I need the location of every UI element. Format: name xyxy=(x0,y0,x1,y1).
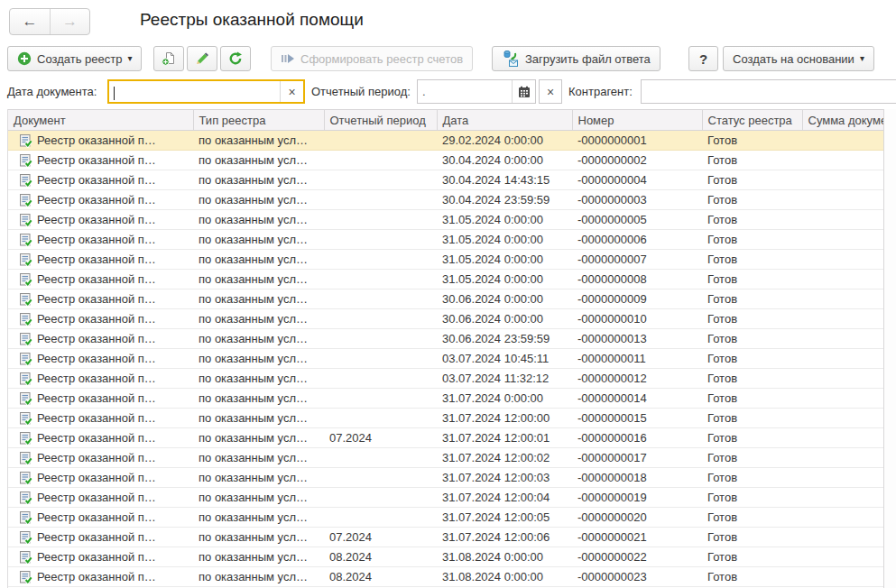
cell-number[interactable]: -0000000001 xyxy=(572,131,702,151)
cell-sum[interactable] xyxy=(802,567,883,587)
cell-number[interactable]: -0000000022 xyxy=(572,547,702,567)
cell-period[interactable] xyxy=(324,468,437,488)
help-button[interactable]: ? xyxy=(688,46,718,71)
cell-number[interactable]: -0000000004 xyxy=(572,170,702,190)
cell-status[interactable]: Готов xyxy=(702,230,802,250)
column-header-sum[interactable]: Сумма докумен xyxy=(802,110,883,131)
cell-date[interactable]: 31.08.2024 0:00:00 xyxy=(437,547,572,567)
cell-doc[interactable]: Реестр оказанной п… xyxy=(8,131,193,151)
table-row[interactable]: Реестр оказанной п…по оказанным усл…30.0… xyxy=(8,190,883,210)
column-header-period[interactable]: Отчетный период xyxy=(324,110,437,131)
table-row[interactable]: Реестр оказанной п…по оказанным усл…31.0… xyxy=(8,230,883,250)
cell-type[interactable]: по оказанным усл… xyxy=(193,428,324,448)
cell-type[interactable]: по оказанным усл… xyxy=(193,210,324,230)
cell-doc[interactable]: Реестр оказанной п… xyxy=(8,190,193,210)
cell-number[interactable]: -0000000016 xyxy=(572,428,702,448)
cell-status[interactable]: Готов xyxy=(702,409,802,428)
cell-number[interactable]: -0000000007 xyxy=(572,250,702,270)
cell-sum[interactable] xyxy=(802,190,883,210)
cell-type[interactable]: по оказанным усл… xyxy=(193,547,324,567)
cell-sum[interactable] xyxy=(802,448,883,468)
cell-date[interactable]: 31.07.2024 12:00:05 xyxy=(437,508,572,528)
cell-status[interactable]: Готов xyxy=(702,508,802,528)
cell-date[interactable]: 31.05.2024 0:00:00 xyxy=(437,210,572,230)
table-row[interactable]: Реестр оказанной п…по оказанным усл…31.0… xyxy=(8,250,883,270)
cell-status[interactable]: Готов xyxy=(702,528,802,547)
cell-type[interactable]: по оказанным усл… xyxy=(193,309,324,329)
cell-type[interactable]: по оказанным усл… xyxy=(193,230,324,250)
table-row[interactable]: Реестр оказанной п…по оказанным усл…03.0… xyxy=(8,349,883,369)
cell-number[interactable]: -0000000002 xyxy=(572,151,702,170)
cell-date[interactable]: 30.04.2024 23:59:59 xyxy=(437,190,572,210)
cell-type[interactable]: по оказанным усл… xyxy=(193,409,324,428)
cell-type[interactable]: по оказанным усл… xyxy=(193,448,324,468)
cell-doc[interactable]: Реестр оказанной п… xyxy=(8,508,193,528)
cell-period[interactable]: 08.2024 xyxy=(324,567,437,587)
cell-doc[interactable]: Реестр оказанной п… xyxy=(8,210,193,230)
report-period-clear-button[interactable]: × xyxy=(539,79,562,104)
cell-sum[interactable] xyxy=(802,369,883,389)
cell-status[interactable]: Готов xyxy=(702,488,802,508)
cell-period[interactable] xyxy=(324,369,437,389)
report-period-input[interactable] xyxy=(418,80,512,103)
cell-number[interactable]: -0000000021 xyxy=(572,528,702,547)
cell-sum[interactable] xyxy=(802,289,883,309)
cell-sum[interactable] xyxy=(802,389,883,409)
cell-type[interactable]: по оказанным усл… xyxy=(193,567,324,587)
cell-date[interactable]: 30.06.2024 0:00:00 xyxy=(437,309,572,329)
cell-date[interactable]: 31.07.2024 12:00:01 xyxy=(437,428,572,448)
cell-date[interactable]: 30.04.2024 0:00:00 xyxy=(437,151,572,170)
table-row[interactable]: Реестр оказанной п…по оказанным усл…30.0… xyxy=(8,289,883,309)
cell-sum[interactable] xyxy=(802,131,883,151)
cell-status[interactable]: Готов xyxy=(702,289,802,309)
table-row[interactable]: Реестр оказанной п…по оказанным усл…30.0… xyxy=(8,170,883,190)
cell-period[interactable] xyxy=(324,389,437,409)
cell-status[interactable]: Готов xyxy=(702,131,802,151)
cell-period[interactable]: 07.2024 xyxy=(324,528,437,547)
cell-sum[interactable] xyxy=(802,270,883,289)
cell-period[interactable] xyxy=(324,270,437,289)
cell-status[interactable]: Готов xyxy=(702,448,802,468)
cell-number[interactable]: -0000000012 xyxy=(572,369,702,389)
cell-doc[interactable]: Реестр оказанной п… xyxy=(8,409,193,428)
cell-type[interactable]: по оказанным усл… xyxy=(193,369,324,389)
cell-doc[interactable]: Реестр оказанной п… xyxy=(8,270,193,289)
cell-type[interactable]: по оказанным усл… xyxy=(193,508,324,528)
cell-type[interactable]: по оказанным усл… xyxy=(193,528,324,547)
cell-number[interactable]: -0000000008 xyxy=(572,270,702,289)
cell-doc[interactable]: Реестр оказанной п… xyxy=(8,428,193,448)
cell-number[interactable]: -0000000020 xyxy=(572,508,702,528)
cell-date[interactable]: 31.07.2024 12:00:04 xyxy=(437,488,572,508)
cell-status[interactable]: Готов xyxy=(702,309,802,329)
cell-sum[interactable] xyxy=(802,170,883,190)
cell-sum[interactable] xyxy=(802,528,883,547)
create-based-on-button[interactable]: Создать на основании ▾ xyxy=(723,46,874,71)
cell-date[interactable]: 31.07.2024 12:00:03 xyxy=(437,468,572,488)
cell-number[interactable]: -0000000019 xyxy=(572,488,702,508)
edit-button[interactable] xyxy=(187,46,217,71)
cell-date[interactable]: 31.07.2024 12:00:02 xyxy=(437,448,572,468)
table-row[interactable]: Реестр оказанной п…по оказанным усл…31.0… xyxy=(8,508,883,528)
cell-period[interactable] xyxy=(324,170,437,190)
cell-sum[interactable] xyxy=(802,547,883,567)
cell-date[interactable]: 31.07.2024 12:00:00 xyxy=(437,409,572,428)
cell-status[interactable]: Готов xyxy=(702,151,802,170)
doc-date-input[interactable] xyxy=(109,81,277,102)
cell-type[interactable]: по оказанным усл… xyxy=(193,190,324,210)
cell-date[interactable]: 30.06.2024 0:00:00 xyxy=(437,289,572,309)
cell-doc[interactable]: Реестр оказанной п… xyxy=(8,151,193,170)
refresh-button[interactable] xyxy=(220,46,251,71)
cell-doc[interactable]: Реестр оказанной п… xyxy=(8,528,193,547)
table-row[interactable]: Реестр оказанной п…по оказанным усл…31.0… xyxy=(8,270,883,289)
cell-status[interactable]: Готов xyxy=(702,389,802,409)
cell-sum[interactable] xyxy=(802,349,883,369)
cell-type[interactable]: по оказанным усл… xyxy=(193,170,324,190)
report-period-calendar-button[interactable] xyxy=(512,80,535,103)
column-header-type[interactable]: Тип реестра xyxy=(193,110,324,131)
cell-number[interactable]: -0000000011 xyxy=(572,349,702,369)
vertical-scrollbar[interactable] xyxy=(883,109,896,588)
cell-date[interactable]: 03.07.2024 11:32:12 xyxy=(437,369,572,389)
cell-doc[interactable]: Реестр оказанной п… xyxy=(8,230,193,250)
table-row[interactable]: Реестр оказанной п…по оказанным усл…07.2… xyxy=(8,428,883,448)
cell-status[interactable]: Готов xyxy=(702,190,802,210)
